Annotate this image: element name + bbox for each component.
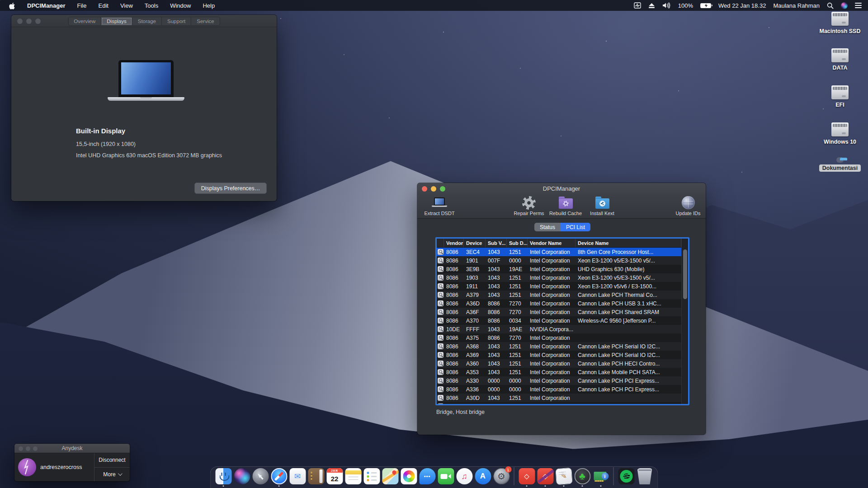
dock-item-reminders[interactable] <box>363 468 380 487</box>
tab-overview[interactable]: Overview <box>68 17 101 25</box>
tab-support[interactable]: Support <box>162 17 191 25</box>
table-row[interactable]: 8086A36010431251Intel CorporationCannon … <box>437 359 681 368</box>
table-scrollbar[interactable] <box>681 239 688 404</box>
table-row[interactable]: 8086190310431251Intel CorporationXeon E3… <box>437 273 681 282</box>
menu-file[interactable]: File <box>77 2 87 9</box>
eject-icon[interactable] <box>648 3 655 9</box>
magnifier-icon[interactable] <box>438 361 443 366</box>
magnifier-icon[interactable] <box>438 309 443 315</box>
menu-tools[interactable]: Tools <box>145 2 158 9</box>
table-row[interactable]: 80861901007F0000Intel CorporationXeon E3… <box>437 256 681 265</box>
dock-item-safari[interactable] <box>271 468 288 487</box>
column-header-vendor[interactable]: Vendor <box>444 239 464 247</box>
column-header-icon[interactable] <box>437 239 444 247</box>
extract-dsdt-button[interactable]: Extract DSDT <box>421 196 458 216</box>
table-row[interactable]: 80863E9B104319AEIntel CorporationUHD Gra… <box>437 265 681 273</box>
magnifier-icon[interactable] <box>438 266 443 272</box>
magnifier-icon[interactable] <box>438 335 443 341</box>
dock-item-sysprefs[interactable]: ⚙1 <box>493 468 510 487</box>
dock-item-launchpad[interactable] <box>252 468 269 487</box>
magnifier-icon[interactable] <box>438 300 443 306</box>
dock-item-trash[interactable] <box>637 468 653 487</box>
menu-window[interactable]: Window <box>170 2 191 9</box>
dock-item-appstore[interactable]: A <box>475 468 491 487</box>
dock-item-spotify[interactable] <box>618 468 635 487</box>
scrollbar-thumb[interactable] <box>683 249 687 299</box>
dock-item-contacts[interactable] <box>308 468 325 487</box>
magnifier-icon[interactable] <box>438 395 443 401</box>
table-row[interactable]: 80863EC410431251Intel Corporation8th Gen… <box>437 248 681 256</box>
install-kext-button[interactable]: Install Kext <box>586 196 618 216</box>
column-header-sub-d-[interactable]: Sub D... <box>507 239 528 247</box>
menu-view[interactable]: View <box>120 2 133 9</box>
column-header-sub-v-[interactable]: Sub V... <box>486 239 507 247</box>
search-icon[interactable] <box>827 2 834 9</box>
magnifier-icon[interactable] <box>438 343 443 349</box>
desktop-icon-macintosh-ssd[interactable]: Macintosh SSD <box>815 12 865 34</box>
table-row[interactable]: 8086A33600000000Intel CorporationCannon … <box>437 385 681 394</box>
magnifier-icon[interactable] <box>438 352 443 358</box>
zoom-button[interactable] <box>33 446 38 451</box>
dock-item-anydesk[interactable]: ◇ <box>519 468 535 487</box>
update-ids-button[interactable]: Update IDs <box>673 196 703 216</box>
table-row[interactable]: 8086A36810431251Intel CorporationCannon … <box>437 342 681 351</box>
magnifier-icon[interactable] <box>438 326 443 332</box>
table-row[interactable]: 8086A37580867270Intel Corporation <box>437 333 681 342</box>
column-header-device-name[interactable]: Device Name <box>576 239 681 247</box>
table-row[interactable]: 8086A37080860034Intel CorporationWireles… <box>437 316 681 325</box>
activity-monitor-icon[interactable] <box>634 2 641 9</box>
magnifier-icon[interactable] <box>438 275 443 281</box>
column-header-vendor-name[interactable]: Vendor Name <box>528 239 576 247</box>
table-row[interactable]: 8086A35310431251Intel CorporationCannon … <box>437 368 681 376</box>
dock-item-clover-configurator[interactable]: ♣ <box>574 468 591 487</box>
magnifier-icon[interactable] <box>438 318 443 324</box>
magnifier-icon[interactable] <box>438 378 443 384</box>
zoom-button[interactable] <box>35 19 41 24</box>
repair-perms-button[interactable]: Repair Perms <box>511 196 547 216</box>
volume-icon[interactable] <box>662 2 671 9</box>
dock-item-photos[interactable] <box>401 468 417 487</box>
dock-item-messages[interactable]: ••• <box>419 468 436 487</box>
column-header-device[interactable]: Device <box>464 239 486 247</box>
dock-item-dpcimanager[interactable]: i <box>593 468 609 487</box>
dock-item-siri[interactable] <box>234 468 250 487</box>
table-row[interactable]: 8086A33000000000Intel CorporationCannon … <box>437 376 681 385</box>
dock-item-anydesk-alt[interactable]: ◇ <box>537 468 554 487</box>
dock-item-facetime[interactable] <box>438 468 454 487</box>
desktop-icon-windows-10[interactable]: Windows 10 <box>815 122 865 145</box>
dock-item-notes[interactable] <box>345 468 362 487</box>
tab-displays[interactable]: Displays <box>101 17 132 25</box>
apple-menu[interactable] <box>9 2 15 9</box>
magnifier-icon[interactable] <box>438 283 443 289</box>
more-button[interactable]: More <box>94 467 130 482</box>
table-row[interactable]: 8086A37910431251Intel CorporationCannon … <box>437 291 681 299</box>
desktop-icon-data[interactable]: DATA <box>815 48 865 71</box>
dock-item-calendar[interactable]: JAN22 <box>326 468 343 487</box>
table-row[interactable]: 8086191110431251Intel CorporationXeon E3… <box>437 282 681 291</box>
magnifier-icon[interactable] <box>438 404 443 404</box>
dock-item-maps[interactable] <box>382 468 399 487</box>
menubar-clock[interactable]: Wed 22 Jan 18.32 <box>718 2 766 9</box>
menubar-user-name[interactable]: Maulana Rahman <box>773 2 820 9</box>
magnifier-icon[interactable] <box>438 386 443 392</box>
table-row[interactable]: 8086A30D10431251Intel Corporation <box>437 394 681 402</box>
magnifier-icon[interactable] <box>438 292 443 298</box>
rebuild-cache-button[interactable]: Rebuild Cache <box>546 196 585 216</box>
close-button[interactable] <box>17 19 23 24</box>
desktop-icon-dokumentasi[interactable]: Dokumentasi <box>815 157 865 172</box>
table-row[interactable] <box>437 402 681 404</box>
menu-help[interactable]: Help <box>203 2 215 9</box>
tab-storage[interactable]: Storage <box>132 17 162 25</box>
notification-center-icon[interactable] <box>855 3 862 8</box>
tab-status[interactable]: Status <box>534 223 561 231</box>
zoom-button[interactable] <box>440 186 445 192</box>
magnifier-icon[interactable] <box>438 369 443 375</box>
table-row[interactable]: 10DEFFFF104319AENVIDIA Corpora... <box>437 325 681 333</box>
dock-item-finder[interactable] <box>215 468 232 487</box>
dock-item-itunes[interactable]: ♫ <box>456 468 473 487</box>
minimize-button[interactable] <box>26 19 32 24</box>
menubar-app-name[interactable]: DPCIManager <box>27 2 66 9</box>
magnifier-icon[interactable] <box>438 249 443 255</box>
disconnect-button[interactable]: Disconnect <box>94 453 130 467</box>
dock-item-kext-utility[interactable]: ✎ <box>556 468 572 487</box>
